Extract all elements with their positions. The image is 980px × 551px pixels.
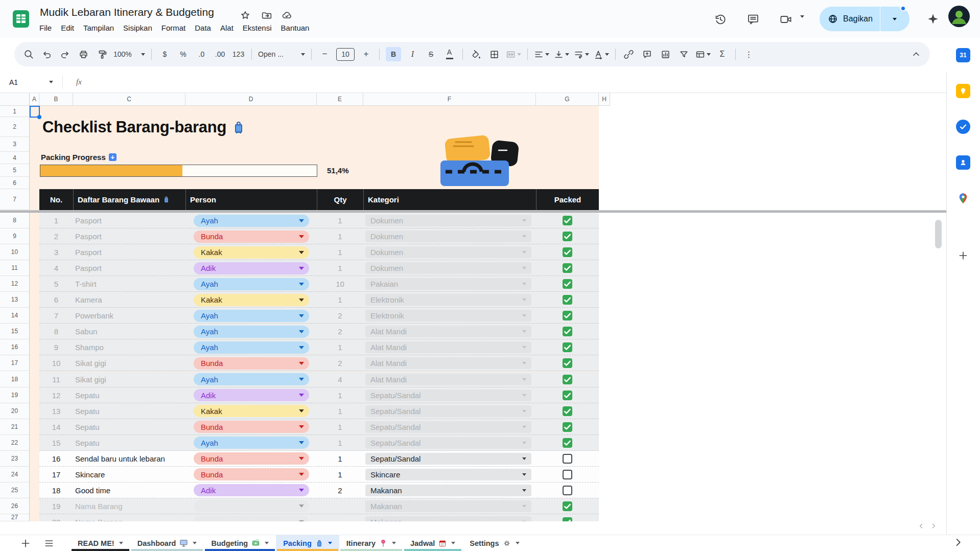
packed-checkbox[interactable] bbox=[563, 517, 572, 521]
kategori-dropdown[interactable]: Sepatu/Sandal bbox=[365, 421, 531, 433]
row-header-8[interactable]: 8 bbox=[0, 213, 30, 228]
cell-qty[interactable] bbox=[317, 514, 363, 521]
document-title[interactable]: Mudik Lebaran Itinerary & Budgeting bbox=[40, 6, 214, 18]
cell-qty[interactable]: 1 bbox=[317, 387, 363, 403]
tab-caret-icon[interactable] bbox=[119, 542, 123, 544]
cell-item-name[interactable]: Sepatu bbox=[75, 403, 185, 419]
cell-no[interactable]: 20 bbox=[39, 514, 73, 521]
person-dropdown[interactable]: Kakak bbox=[194, 294, 309, 306]
comments-icon[interactable] bbox=[747, 13, 759, 26]
row-header-19[interactable]: 19 bbox=[0, 387, 30, 403]
progress-percent-cell[interactable]: 51,4% bbox=[327, 166, 349, 175]
cell-no[interactable]: 11 bbox=[39, 372, 73, 387]
kategori-dropdown[interactable]: Dokumen bbox=[365, 215, 531, 226]
cell-item-name[interactable]: Pasport bbox=[75, 228, 185, 244]
packed-checkbox[interactable] bbox=[563, 342, 572, 352]
column-header-F[interactable]: F bbox=[363, 93, 536, 106]
kategori-dropdown[interactable]: Elektronik bbox=[365, 294, 531, 306]
cell-item-name[interactable]: Pasport bbox=[75, 213, 185, 228]
packed-checkbox[interactable] bbox=[563, 454, 572, 464]
row-header-26[interactable]: 26 bbox=[0, 498, 30, 514]
font-select[interactable]: Open ... bbox=[258, 47, 305, 61]
packed-checkbox[interactable] bbox=[563, 295, 572, 305]
menu-format[interactable]: Format bbox=[157, 22, 191, 33]
cell-item-name[interactable]: Sabun bbox=[75, 324, 185, 339]
merge-cells-icon[interactable] bbox=[506, 47, 521, 61]
row-header-11[interactable]: 11 bbox=[0, 260, 30, 276]
search-icon[interactable] bbox=[21, 47, 35, 61]
insert-comment-icon[interactable] bbox=[640, 47, 654, 61]
add-sheet-icon[interactable] bbox=[19, 535, 32, 551]
row-header-16[interactable]: 16 bbox=[0, 339, 30, 355]
person-dropdown[interactable]: Ayah bbox=[194, 341, 309, 354]
increase-decimal-button[interactable]: .00 bbox=[213, 47, 227, 61]
cell-item-name[interactable]: Sikat gigi bbox=[75, 372, 185, 387]
packed-checkbox[interactable] bbox=[563, 438, 572, 448]
packed-checkbox[interactable] bbox=[563, 216, 572, 225]
progress-bar[interactable] bbox=[40, 165, 317, 177]
zoom-select[interactable]: 100% bbox=[113, 47, 145, 61]
packed-checkbox[interactable] bbox=[563, 486, 572, 495]
text-color-button[interactable]: A bbox=[442, 47, 456, 61]
row-header-18[interactable]: 18 bbox=[0, 372, 30, 387]
cell-qty[interactable]: 1 bbox=[317, 419, 363, 435]
column-header-H[interactable]: H bbox=[599, 93, 610, 106]
packed-checkbox[interactable] bbox=[563, 501, 572, 511]
column-header-G[interactable]: G bbox=[536, 93, 599, 106]
person-dropdown[interactable]: Ayah bbox=[194, 326, 309, 338]
row-header-23[interactable]: 23 bbox=[0, 451, 30, 467]
row-header-3[interactable]: 3 bbox=[0, 137, 30, 152]
kategori-dropdown[interactable]: Makanan bbox=[365, 516, 531, 521]
cell-qty[interactable]: 1 bbox=[317, 228, 363, 244]
packed-checkbox[interactable] bbox=[563, 263, 572, 273]
italic-button[interactable]: I bbox=[406, 47, 419, 61]
row-header-10[interactable]: 10 bbox=[0, 244, 30, 260]
row-header-27[interactable]: 27 bbox=[0, 514, 30, 521]
bold-button[interactable]: B bbox=[386, 47, 401, 61]
print-icon[interactable] bbox=[77, 47, 90, 61]
person-dropdown[interactable]: Bunda bbox=[194, 452, 309, 465]
cell-qty[interactable]: 1 bbox=[317, 451, 363, 467]
share-caret-icon[interactable] bbox=[880, 18, 909, 20]
tab-jadwal[interactable]: Jadwal bbox=[403, 535, 462, 551]
packed-checkbox[interactable] bbox=[563, 391, 572, 400]
row-header-12[interactable]: 12 bbox=[0, 276, 30, 292]
cell-qty[interactable] bbox=[317, 498, 363, 514]
packed-checkbox[interactable] bbox=[563, 232, 572, 241]
insert-chart-icon[interactable] bbox=[659, 47, 672, 61]
insert-link-icon[interactable] bbox=[622, 47, 636, 61]
cell-item-name[interactable]: Pasport bbox=[75, 260, 185, 276]
text-wrap-icon[interactable] bbox=[574, 47, 589, 61]
tab-dashboard[interactable]: Dashboard bbox=[130, 535, 204, 551]
increase-font-size-button[interactable]: + bbox=[359, 47, 373, 61]
fill-handle[interactable] bbox=[37, 115, 41, 119]
keep-icon[interactable] bbox=[956, 84, 970, 98]
tab-caret-icon[interactable] bbox=[265, 542, 269, 544]
tab-packing[interactable]: Packing bbox=[276, 535, 339, 551]
row-header-2[interactable]: 2 bbox=[0, 117, 30, 137]
tab-budgeting[interactable]: Budgeting bbox=[204, 535, 276, 551]
tab-caret-icon[interactable] bbox=[193, 542, 197, 544]
more-formats-button[interactable]: 123 bbox=[231, 47, 245, 61]
cell-no[interactable]: 6 bbox=[39, 292, 73, 308]
person-dropdown[interactable]: Ayah bbox=[194, 215, 309, 227]
all-sheets-icon[interactable] bbox=[43, 535, 55, 551]
menu-tampilan[interactable]: Tampilan bbox=[79, 22, 119, 33]
more-options-icon[interactable]: ⋮ bbox=[742, 47, 756, 61]
cell-no[interactable]: 1 bbox=[39, 213, 73, 228]
scroll-left-icon[interactable] bbox=[918, 522, 925, 530]
menu-file[interactable]: File bbox=[35, 22, 56, 33]
decrease-font-size-button[interactable]: − bbox=[318, 47, 332, 61]
cell-item-name[interactable]: T-shirt bbox=[75, 276, 185, 292]
row-header-20[interactable]: 20 bbox=[0, 403, 30, 419]
row-header-17[interactable]: 17 bbox=[0, 355, 30, 371]
move-folder-icon[interactable] bbox=[262, 10, 272, 20]
menu-alat[interactable]: Alat bbox=[216, 22, 238, 33]
cell-no[interactable]: 14 bbox=[39, 419, 73, 435]
cell-item-name[interactable]: Good time bbox=[75, 483, 185, 498]
person-dropdown[interactable]: Adik bbox=[194, 389, 309, 401]
row-header-5[interactable]: 5 bbox=[0, 164, 30, 177]
cell-item-name[interactable]: Sepatu bbox=[75, 387, 185, 403]
person-dropdown[interactable]: Ayah bbox=[194, 437, 309, 449]
cloud-status-icon[interactable] bbox=[282, 10, 292, 20]
